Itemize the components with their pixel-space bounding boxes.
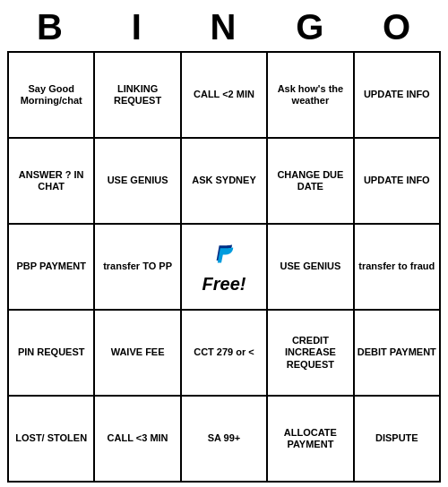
bingo-cell-7: ASK SYDNEY <box>182 139 268 225</box>
bingo-cell-8: CHANGE DUE DATE <box>268 139 354 225</box>
bingo-cell-13: USE GENIUS <box>268 225 354 311</box>
bingo-cell-3: Ask how's the weather <box>268 53 354 139</box>
bingo-cell-5: ANSWER ? IN CHAT <box>9 139 95 225</box>
bingo-cell-18: CREDIT INCREASE REQUEST <box>268 311 354 397</box>
free-label: Free! <box>202 273 246 295</box>
bingo-cell-0: Say Good Morning/chat <box>9 53 95 139</box>
title-g: G <box>267 7 354 47</box>
bingo-cell-22: SA 99+ <box>182 397 268 483</box>
bingo-cell-6: USE GENIUS <box>95 139 181 225</box>
bingo-cell-17: CCT 279 or < <box>182 311 268 397</box>
bingo-cell-21: CALL <3 MIN <box>95 397 181 483</box>
bingo-cell-12: Free! <box>182 225 268 311</box>
bingo-cell-1: LINKING REQUEST <box>95 53 181 139</box>
bingo-cell-16: WAIVE FEE <box>95 311 181 397</box>
bingo-cell-24: DISPUTE <box>355 397 441 483</box>
bingo-title: B I N G O <box>7 7 441 47</box>
bingo-grid: Say Good Morning/chatLINKING REQUESTCALL… <box>7 51 441 483</box>
bingo-cell-15: PIN REQUEST <box>9 311 95 397</box>
bingo-cell-14: transfer to fraud <box>355 225 441 311</box>
bingo-cell-19: DEBIT PAYMENT <box>355 311 441 397</box>
bingo-cell-10: PBP PAYMENT <box>9 225 95 311</box>
bingo-cell-20: LOST/ STOLEN <box>9 397 95 483</box>
bingo-cell-9: UPDATE INFO <box>355 139 441 225</box>
title-i: I <box>94 7 181 47</box>
bingo-cell-23: ALLOCATE PAYMENT <box>268 397 354 483</box>
bingo-cell-4: UPDATE INFO <box>355 53 441 139</box>
bingo-cell-2: CALL <2 MIN <box>182 53 268 139</box>
title-n: N <box>181 7 268 47</box>
bingo-cell-11: transfer TO PP <box>95 225 181 311</box>
title-o: O <box>354 7 441 47</box>
title-b: B <box>7 7 94 47</box>
